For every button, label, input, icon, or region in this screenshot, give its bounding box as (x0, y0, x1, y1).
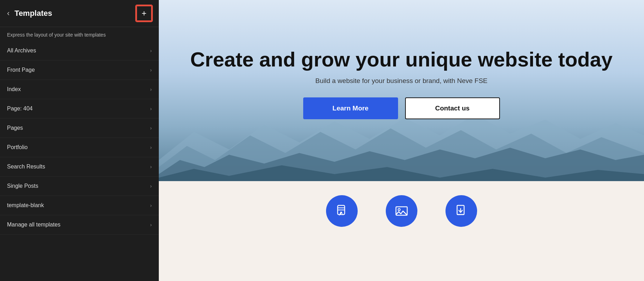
chevron-right-icon: › (150, 48, 152, 53)
chevron-right-icon: › (150, 106, 152, 111)
hero-heading: Create and grow your unique website toda… (190, 48, 612, 71)
sidebar-item-pages[interactable]: Pages› (0, 119, 159, 138)
sidebar: ‹ Templates + Express the layout of your… (0, 0, 159, 281)
nav-item-label: Pages (7, 125, 23, 131)
sidebar-item-index[interactable]: Index› (0, 80, 159, 99)
nav-item-label: Search Results (7, 164, 45, 170)
chevron-right-icon: › (150, 222, 152, 228)
sidebar-subtitle: Express the layout of your site with tem… (0, 27, 159, 41)
download-icon (453, 203, 470, 219)
chevron-right-icon: › (150, 87, 152, 92)
contact-us-button[interactable]: Contact us (405, 97, 500, 119)
chevron-right-icon: › (150, 125, 152, 131)
image-icon (393, 203, 410, 219)
nav-item-label: Page: 404 (7, 106, 33, 112)
svg-point-9 (398, 209, 400, 211)
sidebar-header-left: ‹ Templates (7, 9, 52, 18)
chevron-right-icon: › (150, 164, 152, 170)
chevron-right-icon: › (150, 203, 152, 208)
hero-content: Create and grow your unique website toda… (176, 48, 626, 119)
nav-item-label: Front Page (7, 67, 35, 73)
back-button[interactable]: ‹ (7, 9, 9, 17)
nav-item-label: Single Posts (7, 183, 38, 189)
cards-section (159, 181, 644, 281)
hero-subheading: Build a website for your business or bra… (190, 77, 612, 85)
nav-item-label: template-blank (7, 202, 44, 209)
nav-list: All Archives›Front Page›Index›Page: 404›… (0, 41, 159, 281)
hero-buttons: Learn More Contact us (190, 97, 612, 119)
main-preview: Create and grow your unique website toda… (159, 0, 644, 281)
add-template-button[interactable]: + (136, 6, 152, 21)
chevron-right-icon: › (150, 145, 152, 150)
svg-marker-7 (339, 212, 343, 216)
sidebar-item-portfolio[interactable]: Portfolio› (0, 138, 159, 157)
card-icon-1 (326, 195, 358, 227)
chevron-right-icon: › (150, 67, 152, 73)
hero-section: Create and grow your unique website toda… (159, 0, 644, 181)
sidebar-item-manage-all[interactable]: Manage all templates› (0, 215, 159, 235)
sidebar-item-template-blank[interactable]: template-blank› (0, 196, 159, 215)
nav-item-label: All Archives (7, 47, 36, 54)
nav-item-label: Portfolio (7, 144, 28, 151)
sidebar-title: Templates (14, 9, 52, 18)
sidebar-header: ‹ Templates + (0, 0, 159, 27)
nav-item-label: Index (7, 86, 21, 92)
sidebar-item-search-results[interactable]: Search Results› (0, 157, 159, 177)
card-icon-3 (445, 195, 477, 227)
sidebar-item-front-page[interactable]: Front Page› (0, 60, 159, 80)
sidebar-item-single-posts[interactable]: Single Posts› (0, 177, 159, 196)
chevron-right-icon: › (150, 183, 152, 189)
card-icon-2 (386, 195, 417, 227)
sidebar-item-page-404[interactable]: Page: 404› (0, 99, 159, 119)
sidebar-item-all-archives[interactable]: All Archives› (0, 41, 159, 60)
nav-item-label: Manage all templates (7, 222, 60, 228)
learn-more-button[interactable]: Learn More (303, 97, 398, 119)
lightning-icon (333, 203, 350, 219)
